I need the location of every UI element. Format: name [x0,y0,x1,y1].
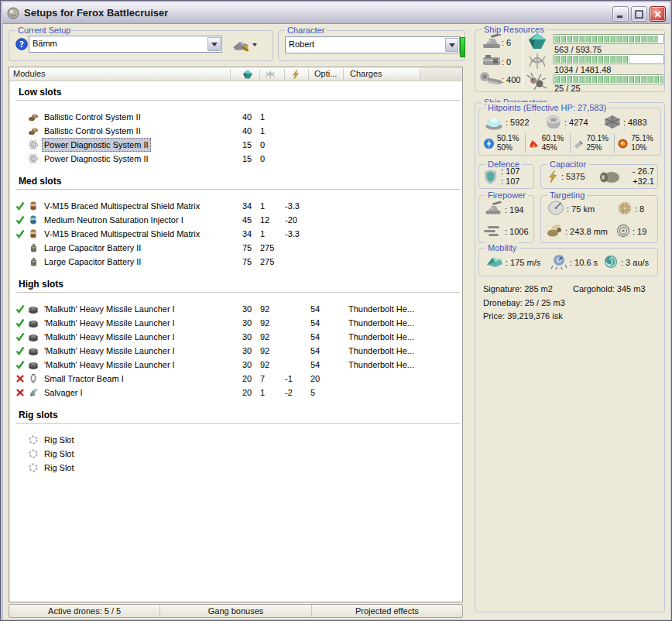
module-active-check-icon[interactable] [15,360,25,369]
modules-column-header[interactable]: Modules [13,69,46,78]
module-row[interactable]: Power Diagnostic System II150 [9,152,462,166]
app-window: Setups for Ferox Battlecruiser Current S… [0,0,672,621]
module-pg: 1 [260,110,265,124]
module-active-check-icon[interactable] [15,201,25,211]
section-title: Low slots [9,87,462,98]
capacitor-amount: : 5375 [561,172,585,182]
module-name[interactable]: V-M15 Braced Multispectral Shield Matrix [42,199,202,213]
module-name[interactable]: Rig Slot [42,447,77,461]
cpu-column-icon[interactable] [242,69,253,80]
structure-hp-icon [603,115,622,129]
module-name[interactable]: Medium Neutron Saturation Injector I [42,213,186,227]
powergrid-bar [553,54,664,64]
module-active-check-icon[interactable] [15,304,25,314]
module-row[interactable]: Rig Slot [9,461,462,475]
section-underline [15,189,460,190]
module-name[interactable]: Rig Slot [42,433,77,447]
setup-actions-button[interactable] [230,36,259,53]
speed-icon [485,255,504,269]
power-diagnostic-icon [28,139,39,150]
module-cpu: 40 [242,124,252,138]
targeting-label: Targeting [547,190,587,201]
maximize-button[interactable] [631,6,647,22]
current-setup-label: Current Setup [15,25,73,36]
module-opti: 54 [310,316,320,330]
module-name[interactable]: Power Diagnostic System II [42,152,151,166]
structure-hp-value: : 4883 [623,118,647,128]
module-cpu: 34 [242,199,252,213]
optimal-column-header[interactable]: Opti... [314,69,337,78]
module-row[interactable]: 'Malkuth' Heavy Missile Launcher I309254… [9,316,462,330]
module-name[interactable]: 'Malkuth' Heavy Missile Launcher I [42,344,177,358]
help-icon[interactable]: ? [15,38,28,50]
kinetic-resist-values: 70.1%25% [587,134,609,153]
module-row[interactable]: Medium Neutron Saturation Injector I4512… [9,213,462,227]
module-row[interactable]: 'Malkuth' Heavy Missile Launcher I309254… [9,344,462,358]
module-name[interactable]: Large Capacitor Battery II [42,255,143,269]
module-offline-x-icon[interactable] [15,374,25,383]
module-name[interactable]: 'Malkuth' Heavy Missile Launcher I [42,358,177,372]
module-name[interactable]: 'Malkuth' Heavy Missile Launcher I [42,330,177,344]
module-row[interactable]: Rig Slot [9,433,462,447]
module-name[interactable]: 'Malkuth' Heavy Missile Launcher I [42,302,177,316]
module-row[interactable]: Power Diagnostic System II150 [9,138,462,152]
module-name[interactable]: V-M15 Braced Multispectral Shield Matrix [42,227,202,241]
minimize-button[interactable] [612,6,629,22]
module-pg: 12 [260,213,269,227]
modules-list-header: Modules Opti... Charges [9,67,462,81]
capacitor-battery-icon [598,171,620,184]
speed-value: : 175 m/s [506,258,540,268]
align-time-icon [550,253,567,269]
module-offline-x-icon[interactable] [15,388,25,397]
module-row[interactable]: 'Malkuth' Heavy Missile Launcher I309254… [9,358,462,372]
module-name[interactable]: Ballistic Control System II [42,124,143,138]
module-row[interactable]: Ballistic Control System II401 [9,124,462,138]
cap-battery-icon [28,256,39,267]
module-row[interactable]: 'Malkuth' Heavy Missile Launcher I309254… [9,330,462,344]
setup-combobox-value: Bämm [33,39,57,48]
powergrid-column-icon[interactable] [265,69,276,80]
modules-list: Low slotsBallistic Control System II401B… [9,81,462,602]
module-active-check-icon[interactable] [15,229,25,238]
module-row[interactable]: Small Tractor Beam I207-120 [9,372,462,386]
capacitor-column-icon[interactable] [290,69,301,80]
module-row[interactable]: Large Capacitor Battery II75275 [9,255,462,269]
setup-combobox[interactable]: Bämm [29,36,222,53]
module-row[interactable]: V-M15 Braced Multispectral Shield Matrix… [9,199,462,213]
module-name[interactable]: Salvager I [42,386,85,400]
module-name[interactable]: Ballistic Control System II [42,110,143,124]
module-name[interactable]: Rig Slot [42,461,77,475]
module-cpu: 15 [242,152,252,166]
character-combobox[interactable]: Robert [285,36,460,53]
charges-column-header[interactable]: Charges [350,69,382,78]
module-name[interactable]: 'Malkuth' Heavy Missile Launcher I [42,316,177,330]
module-cpu: 15 [242,138,252,152]
missile-launcher-icon [28,304,39,314]
close-button[interactable] [650,6,666,22]
module-active-check-icon[interactable] [15,332,25,341]
module-name[interactable]: Power Diagnostic System II [42,138,151,152]
bottom-panel-toggle-2[interactable]: Projected effects [311,605,462,617]
bottom-panel-toggle-0[interactable]: Active drones: 5 / 5 [9,605,159,617]
module-row[interactable]: Large Capacitor Battery II75275 [9,241,462,255]
module-active-check-icon[interactable] [15,215,25,225]
explosive-resist-cell: 75.1%10% [614,133,659,153]
module-pg: 1 [260,199,265,213]
module-row[interactable]: Ballistic Control System II401 [9,110,462,124]
launcher-slots-value: : 0 [502,57,511,67]
divider [523,34,523,88]
character-combobox-arrow[interactable] [445,38,458,52]
module-name[interactable]: Large Capacitor Battery II [42,241,143,255]
bottom-panel-toggle-1[interactable]: Gang bonuses [159,605,310,617]
calibration-value: : 400 [502,75,520,85]
ballistic-control-icon [28,125,39,136]
module-name[interactable]: Small Tractor Beam I [42,372,126,386]
module-row[interactable]: V-M15 Braced Multispectral Shield Matrix… [9,227,462,241]
module-active-check-icon[interactable] [15,318,25,328]
module-active-check-icon[interactable] [15,346,25,355]
module-row[interactable]: Rig Slot [9,447,462,461]
setup-combobox-arrow[interactable] [207,37,221,51]
module-row[interactable]: Salvager I201-25 [9,386,462,400]
module-row[interactable]: 'Malkuth' Heavy Missile Launcher I309254… [9,302,462,316]
window-title: Setups for Ferox Battlecruiser [24,7,168,19]
